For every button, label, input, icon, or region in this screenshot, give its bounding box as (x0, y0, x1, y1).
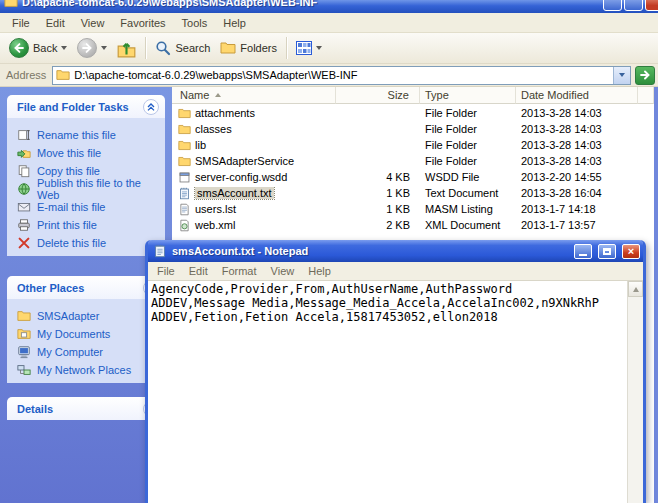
toolbar-separator (145, 37, 146, 59)
file-list-header: Name Size Type Date Modified (172, 87, 654, 104)
wsdd-file-icon (178, 171, 191, 184)
file-date: 2013-3-28 14:03 (516, 155, 638, 167)
computer-icon (17, 345, 31, 359)
notepad-minimize-button[interactable] (574, 244, 592, 259)
lst-file-icon (178, 203, 191, 216)
notepad-close-button[interactable]: × (622, 244, 640, 259)
notepad-menu-item-file[interactable]: File (150, 265, 182, 277)
explorer-menubar: FileEditViewFavoritesToolsHelp (0, 13, 658, 33)
back-dropdown-caret-icon[interactable] (61, 46, 67, 50)
table-row[interactable]: smsAccount.txt1 KBText Document2013-3-28… (172, 185, 654, 201)
file-name: smsAccount.txt (195, 187, 274, 199)
notepad-titlebar[interactable]: smsAccount.txt - Notepad × (148, 240, 643, 262)
task-item-label: Copy this file (37, 165, 100, 177)
explorer-title: D:\apache-tomcat-6.0.29\webapps\SMSAdapt… (22, 0, 599, 8)
folders-button[interactable]: Folders (215, 40, 282, 56)
print-icon (17, 218, 31, 232)
menu-item-file[interactable]: File (4, 15, 38, 31)
table-row[interactable]: attachmentsFile Folder2013-3-28 14:03 (172, 105, 654, 121)
place-item-my-computer[interactable]: My Computer (17, 343, 163, 361)
task-item-publish-this-file-to-the-web[interactable]: Publish this file to the Web (17, 180, 163, 198)
explorer-titlebar[interactable]: D:\apache-tomcat-6.0.29\webapps\SMSAdapt… (0, 0, 658, 13)
scroll-up-button[interactable] (628, 281, 643, 297)
place-item-label: My Network Places (37, 364, 131, 376)
other-places-header[interactable]: Other Places (7, 276, 165, 299)
file-name: lib (195, 139, 206, 151)
task-item-print-this-file[interactable]: Print this file (17, 216, 163, 234)
back-arrow-icon (12, 41, 26, 55)
notepad-menu-item-format[interactable]: Format (215, 265, 264, 277)
column-header-filler (638, 87, 654, 104)
table-row[interactable]: SMSAdapterServiceFile Folder2013-3-28 14… (172, 153, 654, 169)
text-file-icon (178, 187, 191, 200)
task-item-move-this-file[interactable]: Move this file (17, 144, 163, 162)
task-item-label: E-mail this file (37, 201, 105, 213)
file-type: File Folder (420, 107, 516, 119)
file-type: XML Document (420, 219, 516, 231)
forward-dropdown-caret-icon[interactable] (101, 46, 107, 50)
column-header-size[interactable]: Size (336, 87, 420, 104)
menu-item-favorites[interactable]: Favorites (112, 15, 173, 31)
table-row[interactable]: classesFile Folder2013-3-28 14:03 (172, 121, 654, 137)
back-button[interactable]: Back (4, 38, 72, 58)
minimize-button[interactable] (603, 0, 622, 11)
table-row[interactable]: server-config.wsdd4 KBWSDD File2013-2-20… (172, 169, 654, 185)
task-item-rename-this-file[interactable]: Rename this file (17, 126, 163, 144)
menu-item-tools[interactable]: Tools (174, 15, 216, 31)
file-type: File Folder (420, 123, 516, 135)
notepad-scrollbar[interactable] (627, 281, 643, 503)
address-folder-icon (56, 68, 70, 82)
scroll-up-arrow-icon (633, 287, 639, 292)
notepad-menu-item-help[interactable]: Help (301, 265, 338, 277)
collapse-chevron-icon[interactable] (143, 99, 159, 115)
menu-item-help[interactable]: Help (215, 15, 254, 31)
close-button[interactable] (645, 0, 658, 11)
file-type: WSDD File (420, 171, 516, 183)
notepad-text-area[interactable]: AgencyCode,Provider,From,AuthUserName,Au… (148, 281, 643, 503)
menu-item-edit[interactable]: Edit (38, 15, 73, 31)
search-button[interactable]: Search (150, 40, 215, 56)
go-arrow-icon (638, 68, 652, 82)
file-tasks-header[interactable]: File and Folder Tasks (7, 95, 165, 118)
address-combo[interactable]: D:\apache-tomcat-6.0.29\webapps\SMSAdapt… (52, 66, 631, 85)
move-icon (17, 146, 31, 160)
notepad-menu-item-edit[interactable]: Edit (182, 265, 215, 277)
views-button[interactable] (291, 40, 327, 56)
file-tasks-panel: File and Folder Tasks Rename this fileMo… (7, 95, 165, 256)
file-date: 2013-3-28 14:03 (516, 107, 638, 119)
place-item-my-documents[interactable]: My Documents (17, 325, 163, 343)
up-button[interactable] (112, 39, 141, 58)
explorer-toolbar: Back Search Folders (0, 33, 658, 64)
menu-item-view[interactable]: View (73, 15, 113, 31)
file-name: server-config.wsdd (195, 171, 287, 183)
table-row[interactable]: users.lst1 KBMASM Listing2013-1-7 14:18 (172, 201, 654, 217)
text-line: AgencyCode,Provider,From,AuthUserName,Au… (151, 282, 625, 296)
delete-icon (17, 236, 31, 250)
notepad-icon (153, 244, 167, 258)
task-item-delete-this-file[interactable]: Delete this file (17, 234, 163, 252)
file-name: users.lst (195, 203, 236, 215)
views-dropdown-caret-icon[interactable] (316, 46, 322, 50)
folder-icon (178, 107, 191, 120)
file-size: 1 KB (336, 187, 420, 199)
address-path: D:\apache-tomcat-6.0.29\webapps\SMSAdapt… (74, 69, 609, 81)
table-row[interactable]: web.xml2 KBXML Document2013-1-7 13:57 (172, 217, 654, 233)
column-header-date-modified[interactable]: Date Modified (516, 87, 638, 104)
views-icon (296, 40, 312, 56)
place-item-smsadapter[interactable]: SMSAdapter (17, 307, 163, 325)
notepad-menubar: FileEditFormatViewHelp (148, 262, 643, 281)
address-dropdown-button[interactable] (613, 67, 630, 84)
notepad-maximize-button[interactable] (598, 244, 616, 259)
place-item-my-network-places[interactable]: My Network Places (17, 361, 163, 379)
notepad-menu-item-view[interactable]: View (264, 265, 302, 277)
details-header[interactable]: Details (7, 397, 165, 420)
text-line: ADDEV,Message Media,Message_Media_Accela… (151, 296, 625, 310)
address-label: Address (6, 69, 46, 81)
go-button[interactable] (635, 66, 655, 85)
column-header-name[interactable]: Name (172, 87, 336, 104)
column-header-type[interactable]: Type (420, 87, 516, 104)
table-row[interactable]: libFile Folder2013-3-28 14:03 (172, 137, 654, 153)
maximize-button[interactable] (624, 0, 643, 11)
forward-button[interactable] (72, 38, 112, 58)
place-item-label: My Computer (37, 346, 103, 358)
